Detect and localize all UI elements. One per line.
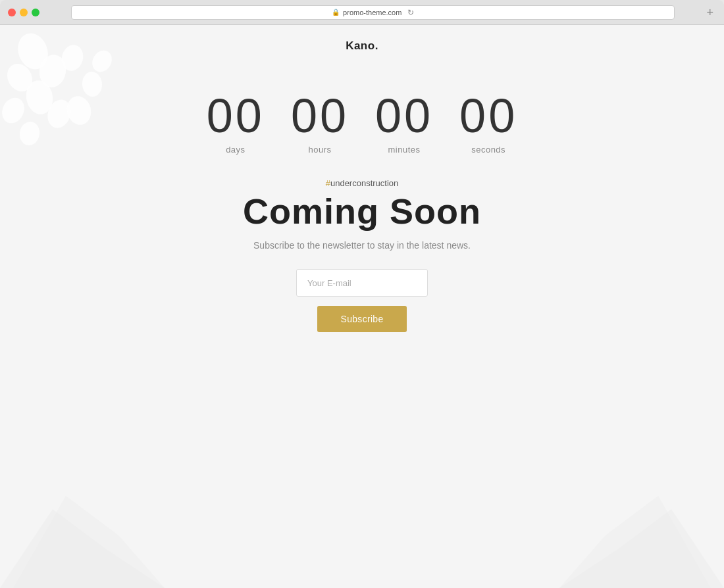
svg-point-3 <box>59 43 86 74</box>
svg-point-2 <box>2 59 37 96</box>
url-text: promo-theme.com <box>343 9 401 16</box>
countdown-timer: 00 days 00 hours 00 minutes 00 seconds <box>207 92 517 155</box>
hashtag-symbol: # <box>326 178 330 188</box>
svg-point-8 <box>64 93 94 128</box>
new-tab-button[interactable]: + <box>706 7 716 18</box>
minutes-value: 00 <box>375 92 433 139</box>
lock-icon: 🔒 <box>332 9 340 16</box>
decorative-bottom-left <box>0 456 165 588</box>
site-logo: Kano. <box>346 39 378 53</box>
address-bar[interactable]: 🔒 promo-theme.com ↻ <box>71 5 675 20</box>
svg-point-10 <box>88 47 115 75</box>
svg-point-5 <box>44 97 75 132</box>
countdown-hours: 00 hours <box>291 92 349 155</box>
svg-point-4 <box>24 78 55 116</box>
hashtag-word: underconstruction <box>330 178 398 188</box>
countdown-seconds: 00 seconds <box>459 92 517 155</box>
svg-marker-11 <box>0 509 165 588</box>
subscribe-button[interactable]: Subscribe <box>317 306 407 332</box>
seconds-value: 00 <box>459 92 517 139</box>
svg-point-6 <box>81 71 103 97</box>
page-content: Kano. 00 days 00 hours 00 minutes 00 <box>0 25 724 588</box>
days-label: days <box>226 145 245 155</box>
decorative-blobs-topleft <box>0 25 145 170</box>
browser-titlebar: 🔒 promo-theme.com ↻ + <box>0 0 724 25</box>
countdown-days: 00 days <box>207 92 265 155</box>
days-value: 00 <box>207 92 265 139</box>
minimize-button[interactable] <box>20 9 28 16</box>
svg-point-1 <box>37 53 68 89</box>
reload-icon[interactable]: ↻ <box>407 8 414 17</box>
hours-value: 00 <box>291 92 349 139</box>
main-content: 00 days 00 hours 00 minutes 00 seconds <box>207 92 517 332</box>
svg-marker-12 <box>13 496 165 588</box>
svg-point-0 <box>13 29 53 74</box>
hours-label: hours <box>308 145 331 155</box>
svg-marker-14 <box>559 496 711 588</box>
countdown-minutes: 00 minutes <box>375 92 433 155</box>
subscribe-form: Subscribe <box>207 269 517 332</box>
svg-marker-13 <box>559 509 724 588</box>
hashtag-line: #underconstruction <box>326 178 399 188</box>
email-input[interactable] <box>296 269 428 297</box>
minutes-label: minutes <box>388 145 421 155</box>
traffic-lights <box>8 9 39 16</box>
coming-soon-heading: Coming Soon <box>243 192 481 231</box>
svg-point-7 <box>0 94 28 127</box>
subtitle-text: Subscribe to the newsletter to stay in t… <box>253 240 471 251</box>
browser-window: 🔒 promo-theme.com ↻ + <box>0 0 724 588</box>
svg-point-9 <box>18 120 41 147</box>
maximize-button[interactable] <box>32 9 39 16</box>
decorative-bottom-right <box>559 456 724 588</box>
close-button[interactable] <box>8 9 16 16</box>
seconds-label: seconds <box>471 145 505 155</box>
